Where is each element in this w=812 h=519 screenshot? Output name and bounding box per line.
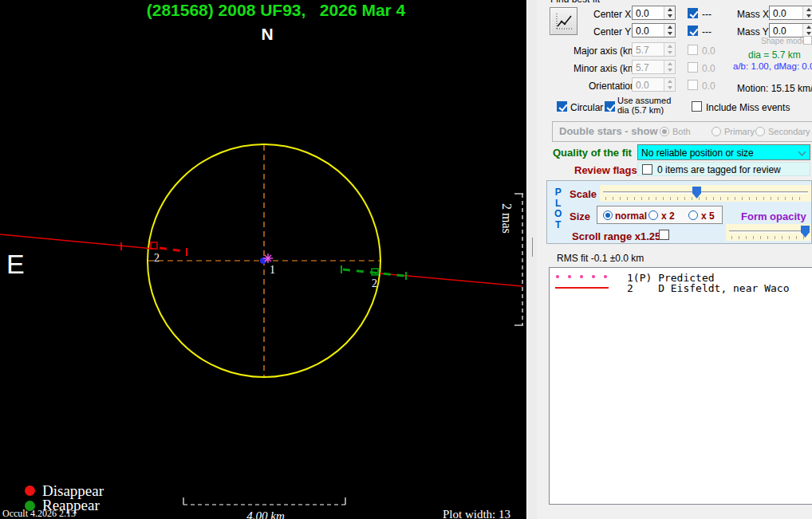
quality-of-fit-label: Quality of the fit — [553, 147, 632, 159]
occultation-plot-canvas: 2 2 1 (281568) 2008 UF93, 2026 Mar 4 N E… — [0, 0, 526, 519]
north-direction-label: N — [261, 25, 273, 44]
mass-y-label: Mass Y — [737, 26, 769, 37]
splitter-handle-icon — [532, 238, 533, 257]
orientation-spin-buttons — [664, 78, 675, 91]
center-y-spin-buttons[interactable] — [664, 24, 675, 37]
double-stars-both-label: Both — [672, 127, 691, 136]
size-x5-radio[interactable] — [688, 210, 698, 220]
double-stars-primary-label: Primary — [724, 127, 755, 136]
fit-control-panel: Find best fit Center X 0.0 --- Mass X 0.… — [537, 0, 812, 519]
major-axis-flag-label: 0.0 — [702, 45, 715, 57]
double-stars-secondary-label: Secondary — [768, 127, 810, 136]
form-opacity-slider[interactable] — [726, 224, 811, 241]
review-flags-box: 0 items are tagged for review — [637, 162, 810, 176]
chord2-label-left: 2 — [154, 252, 160, 264]
orientation-value: 0.0 — [636, 80, 649, 91]
mass-x-spin-buttons[interactable] — [802, 6, 812, 19]
size-x2-radio[interactable] — [648, 210, 658, 220]
plot-group-label: P L O T — [554, 187, 562, 230]
center-x-spin-buttons[interactable] — [664, 6, 675, 19]
size-x5-label: x 5 — [701, 210, 715, 222]
chord2-label-right: 2 — [372, 277, 377, 289]
orientation-spinner: 0.0 — [632, 77, 676, 92]
orientation-flag-label: 0.0 — [702, 81, 715, 92]
size-radio-group: normal x 2 x 5 — [597, 206, 723, 224]
mass-y-spin-buttons[interactable] — [802, 24, 812, 37]
scale-label: Scale — [570, 188, 597, 200]
include-miss-events-checkbox[interactable] — [692, 101, 702, 112]
disappear-legend-dot — [25, 486, 35, 496]
shape-model-label: Shape model — [761, 37, 808, 45]
panel-splitter[interactable] — [526, 0, 537, 519]
double-stars-label: Double stars - show — [559, 125, 658, 137]
size-normal-radio[interactable] — [603, 210, 613, 220]
review-flags-checkbox[interactable] — [642, 164, 652, 175]
center-x-spinner[interactable]: 0.0 — [632, 6, 676, 20]
circular-label: Circular — [570, 102, 603, 113]
center-y-value: 0.0 — [636, 26, 649, 37]
double-stars-groupbox: Double stars - show Both Primary Seconda… — [552, 121, 812, 142]
minor-axis-value: 5.7 — [636, 62, 649, 73]
mass-x-spinner[interactable]: 0.0 — [769, 6, 812, 20]
quality-of-fit-dropdown[interactable]: No reliable position or size — [637, 144, 810, 160]
scale-slider[interactable] — [600, 185, 811, 202]
form-opacity-label: Form opacity — [741, 210, 806, 222]
scale-slider-track[interactable] — [603, 191, 808, 194]
scale-slider-ticks — [605, 197, 806, 200]
scroll-range-checkbox[interactable] — [659, 230, 669, 240]
minor-axis-flag-label: 0.0 — [702, 63, 715, 74]
list-item-predicted[interactable]: 1(P)Predicted — [550, 272, 812, 282]
center-x-flag-label: --- — [702, 9, 711, 20]
list-item-observed[interactable]: 2D Eisfeldt, near Waco — [550, 282, 812, 293]
minor-axis-label: Minor axis (km) — [574, 63, 639, 74]
motion-text: Motion: 15.15 km/s — [737, 83, 812, 94]
form-opacity-slider-ticks — [731, 236, 806, 239]
plot-graphics: 2 2 1 — [0, 0, 526, 519]
km-scale-value-label: 4.00 km — [246, 509, 285, 519]
disappear-marker-square — [151, 242, 157, 249]
chord2-line-left — [0, 234, 153, 249]
circular-checkbox[interactable] — [557, 101, 567, 112]
mas-scale-label: 2 mas — [499, 203, 514, 234]
form-opacity-slider-track[interactable] — [729, 230, 808, 233]
best-fit-chart-icon — [554, 11, 574, 32]
plot-controls-group: P L O T Scale Size normal x 2 x 5 Form o… — [546, 180, 812, 244]
shape-model-checkbox[interactable] — [803, 36, 812, 45]
major-axis-spin-buttons — [664, 43, 675, 56]
review-flags-label: Review flags — [574, 164, 637, 176]
use-assumed-label-line2: dia (5.7 km) — [617, 105, 664, 115]
center-y-label: Center Y — [593, 26, 631, 37]
center-x-fit-checkbox[interactable] — [688, 8, 698, 18]
orientation-label: Orientation — [589, 81, 636, 92]
quality-of-fit-value: No reliable position or size — [641, 147, 754, 159]
plot-width-label: Plot width: 13 km — [443, 508, 526, 519]
chord2-name: D Eisfeldt, near Waco — [658, 282, 789, 294]
size-normal-label: normal — [615, 210, 647, 222]
center-y-fit-checkbox[interactable] — [688, 26, 698, 36]
center-x-label: Center X — [593, 9, 631, 20]
east-direction-label: E — [6, 249, 25, 280]
major-axis-value: 5.7 — [636, 45, 649, 56]
find-best-fit-label: Find best fit — [550, 0, 600, 5]
center-y-spinner[interactable]: 0.0 — [632, 23, 676, 37]
disappear-uncertainty-dashes — [160, 248, 183, 251]
app-version-label: Occult 4.2026 2.13 — [2, 508, 76, 519]
minor-axis-spin-buttons — [664, 61, 675, 73]
find-best-fit-button[interactable] — [550, 7, 577, 35]
star1-label: 1 — [270, 264, 275, 276]
double-stars-primary-radio — [711, 127, 721, 136]
double-stars-secondary-radio — [755, 127, 765, 136]
use-assumed-dia-checkbox[interactable] — [605, 101, 615, 112]
major-axis-fit-checkbox — [688, 45, 698, 55]
include-miss-events-label: Include Miss events — [706, 102, 790, 113]
mass-x-value: 0.0 — [773, 8, 786, 19]
center-y-flag-label: --- — [702, 26, 711, 37]
diameter-text: dia = 5.7 km — [748, 49, 801, 61]
double-stars-both-radio — [660, 127, 669, 136]
minor-axis-fit-checkbox — [688, 62, 698, 73]
chord2-number: 2 — [627, 282, 658, 294]
chevron-down-icon — [798, 148, 806, 156]
center-x-value: 0.0 — [636, 8, 649, 19]
chords-listbox[interactable]: 1(P)Predicted 2D Eisfeldt, near Waco — [549, 267, 812, 505]
page-title: (281568) 2008 UF93, 2026 Mar 4 — [147, 1, 406, 20]
